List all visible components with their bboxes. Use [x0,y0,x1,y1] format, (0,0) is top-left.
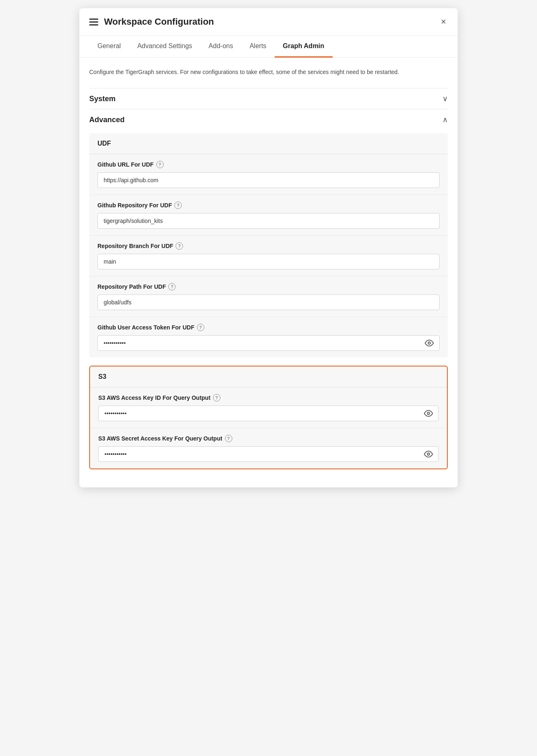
svg-point-0 [428,342,431,345]
s3-secret-key-eye-button[interactable] [423,449,434,459]
repo-path-field-group: Repository Path For UDF ? [89,276,448,317]
github-url-label: Github URL For UDF ? [97,161,440,168]
s3-access-key-field-group: S3 AWS Access Key ID For Query Output ? [90,387,447,428]
s3-section-title: S3 [90,366,447,387]
modal-title: Workspace Configuration [104,16,214,27]
s3-secret-key-field-group: S3 AWS Secret Access Key For Query Outpu… [90,428,447,468]
repo-path-input-wrapper [97,295,440,310]
eye-icon [424,409,433,418]
hamburger-icon[interactable] [89,19,98,26]
advanced-chevron-icon: ∧ [442,115,448,124]
repo-path-label: Repository Path For UDF ? [97,283,440,290]
s3-access-key-input-wrapper [98,406,439,421]
s3-secret-key-input[interactable] [98,446,439,462]
github-url-field-group: Github URL For UDF ? [89,154,448,195]
s3-secret-key-label: S3 AWS Secret Access Key For Query Outpu… [98,435,439,442]
eye-icon [424,450,433,459]
github-token-input[interactable] [97,335,440,351]
advanced-section-title: Advanced [89,116,125,124]
github-token-eye-button[interactable] [424,338,435,348]
repo-branch-help-icon[interactable]: ? [176,242,183,250]
repo-path-input[interactable] [97,295,440,310]
system-chevron-icon: ∨ [442,94,448,103]
tab-bar: General Advanced Settings Add-ons Alerts… [79,36,458,58]
tab-add-ons[interactable]: Add-ons [200,36,241,58]
repo-branch-input-wrapper [97,254,440,269]
s3-access-key-eye-button[interactable] [423,408,434,419]
github-token-help-icon[interactable]: ? [197,324,204,331]
github-url-input-wrapper [97,172,440,188]
workspace-configuration-modal: Workspace Configuration × General Advanc… [79,8,458,487]
tab-alerts[interactable]: Alerts [241,36,275,58]
repo-branch-label: Repository Branch For UDF ? [97,242,440,250]
system-section-header[interactable]: System ∨ [89,88,448,109]
repo-branch-input[interactable] [97,254,440,269]
github-repo-input-wrapper [97,213,440,229]
github-repo-input[interactable] [97,213,440,229]
github-url-help-icon[interactable]: ? [156,161,164,168]
system-section-title: System [89,95,116,103]
s3-section-body: S3 S3 AWS Access Key ID For Query Output… [89,366,448,469]
eye-icon [425,339,434,348]
github-token-field-group: Github User Access Token For UDF ? [89,317,448,357]
advanced-section-body: UDF Github URL For UDF ? Github Reposito… [89,133,448,357]
s3-secret-key-help-icon[interactable]: ? [225,435,232,442]
github-repo-field-group: Github Repository For UDF ? [89,195,448,236]
repo-path-help-icon[interactable]: ? [168,283,176,290]
github-token-label: Github User Access Token For UDF ? [97,324,440,331]
main-content: Configure the TigerGraph services. For n… [79,58,458,487]
github-repo-label: Github Repository For UDF ? [97,202,440,209]
svg-point-2 [427,453,430,456]
tab-graph-admin[interactable]: Graph Admin [275,36,333,58]
modal-header: Workspace Configuration × [79,8,458,36]
github-token-input-wrapper [97,335,440,351]
github-repo-help-icon[interactable]: ? [174,202,182,209]
s3-access-key-input[interactable] [98,406,439,421]
tab-advanced-settings[interactable]: Advanced Settings [129,36,200,58]
tab-general[interactable]: General [89,36,129,58]
page-description: Configure the TigerGraph services. For n… [89,67,448,77]
repo-branch-field-group: Repository Branch For UDF ? [89,236,448,276]
close-button[interactable]: × [439,16,448,28]
udf-section-title: UDF [89,133,448,154]
s3-secret-key-input-wrapper [98,446,439,462]
s3-access-key-help-icon[interactable]: ? [213,394,220,401]
github-url-input[interactable] [97,172,440,188]
header-left: Workspace Configuration [89,16,214,27]
advanced-section-header[interactable]: Advanced ∧ [89,109,448,130]
svg-point-1 [427,413,430,415]
s3-access-key-label: S3 AWS Access Key ID For Query Output ? [98,394,439,401]
